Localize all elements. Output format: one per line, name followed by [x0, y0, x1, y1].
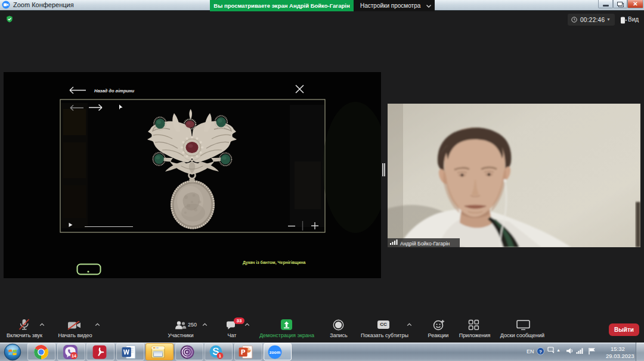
svg-text:zoom: zoom: [270, 350, 280, 354]
svg-text:Назад до вітрини: Назад до вітрини: [94, 88, 135, 94]
svg-text:?: ?: [539, 349, 542, 354]
svg-text:Андрій Бойко-Гагарін: Андрій Бойко-Гагарін: [400, 241, 450, 247]
svg-text:14: 14: [72, 354, 76, 358]
svg-text:1: 1: [219, 353, 221, 359]
svg-text:Дукач із бантом, Чернігівщина: Дукач із бантом, Чернігівщина: [243, 260, 305, 265]
